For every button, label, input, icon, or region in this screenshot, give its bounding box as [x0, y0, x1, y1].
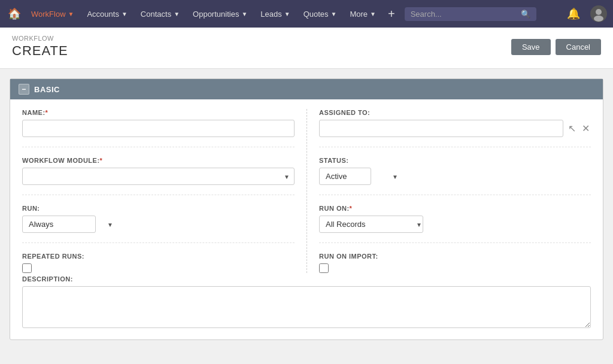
- content-area: − BASIC NAME:*: [0, 69, 613, 359]
- run-on-import-label: RUN ON IMPORT:: [319, 253, 591, 260]
- repeated-runs-checkbox[interactable]: [22, 263, 32, 273]
- form-left-col: NAME:* WORKFLOW MODULE:* Accounts: [22, 109, 306, 273]
- save-button[interactable]: Save: [511, 39, 551, 55]
- navbar: 🏠 WorkFlow ▼ Accounts ▼ Contacts ▼ Oppor…: [0, 0, 613, 28]
- search-bar: 🔍: [405, 7, 536, 21]
- workflow-module-select[interactable]: Accounts Contacts Leads Opportunities: [22, 168, 295, 185]
- run-field: RUN: Always Only On Save Only On New ▼: [22, 205, 295, 243]
- svg-point-2: [594, 16, 603, 22]
- status-label: STATUS:: [319, 157, 591, 164]
- assigned-to-select-icon[interactable]: ↖: [567, 123, 577, 134]
- section-toggle-button[interactable]: −: [19, 84, 29, 95]
- run-on-import-field: RUN ON IMPORT:: [319, 253, 591, 273]
- user-avatar[interactable]: [589, 4, 608, 23]
- run-caret-icon: ▼: [107, 221, 113, 228]
- nav-item-opportunities[interactable]: Opportunities ▼: [187, 0, 253, 28]
- page-title: CREATE: [12, 43, 68, 59]
- name-label: NAME:*: [22, 109, 295, 116]
- nav-right-icons: 🔔: [564, 4, 608, 23]
- search-icon: 🔍: [521, 10, 530, 19]
- nav-leads-label: Leads: [260, 10, 281, 19]
- assigned-to-wrapper: ↖ ✕: [319, 120, 591, 137]
- form-grid: NAME:* WORKFLOW MODULE:* Accounts: [22, 109, 591, 273]
- run-select-wrapper: Always Only On Save Only On New ▼: [22, 216, 118, 233]
- opportunities-caret-icon: ▼: [241, 11, 247, 17]
- section-title: BASIC: [34, 85, 60, 94]
- assigned-to-field: ASSIGNED TO: ↖ ✕: [319, 109, 591, 147]
- assigned-to-input[interactable]: [319, 120, 563, 137]
- nav-more-label: More: [350, 10, 368, 19]
- form-right-col: ASSIGNED TO: ↖ ✕ STATUS: Active: [306, 109, 591, 273]
- description-field: DESCRIPTION:: [22, 275, 591, 330]
- run-on-label: RUN ON:*: [319, 205, 591, 212]
- workflow-module-field: WORKFLOW MODULE:* Accounts Contacts Lead…: [22, 157, 295, 195]
- status-caret-icon: ▼: [392, 173, 398, 180]
- description-textarea[interactable]: [22, 286, 591, 328]
- leads-caret-icon: ▼: [284, 11, 290, 17]
- repeated-runs-field: REPEATED RUNS:: [22, 253, 295, 273]
- workflow-module-label: WORKFLOW MODULE:*: [22, 157, 295, 164]
- assigned-to-label: ASSIGNED TO:: [319, 109, 591, 116]
- nav-item-more[interactable]: More ▼: [344, 0, 382, 28]
- nav-item-workflow[interactable]: WorkFlow ▼: [25, 0, 80, 28]
- cancel-button[interactable]: Cancel: [556, 39, 601, 55]
- nav-workflow-label: WorkFlow: [31, 10, 66, 19]
- workflow-module-select-wrapper: Accounts Contacts Leads Opportunities ▼: [22, 168, 295, 185]
- workflow-caret-icon: ▼: [68, 11, 74, 17]
- repeated-runs-label: REPEATED RUNS:: [22, 253, 295, 260]
- status-field: STATUS: Active Inactive ▼: [319, 157, 591, 195]
- description-label: DESCRIPTION:: [22, 275, 591, 283]
- svg-point-1: [596, 9, 602, 15]
- run-label: RUN:: [22, 205, 295, 212]
- run-on-field: RUN ON:* All Records New Records Only Mo…: [319, 205, 591, 243]
- nav-quotes-label: Quotes: [304, 10, 329, 19]
- nav-item-leads[interactable]: Leads ▼: [254, 0, 296, 28]
- breadcrumb: WORKFLOW: [12, 35, 68, 42]
- quotes-caret-icon: ▼: [331, 11, 337, 17]
- nav-item-quotes[interactable]: Quotes ▼: [298, 0, 343, 28]
- name-field: NAME:*: [22, 109, 295, 147]
- status-select-wrapper: Active Inactive ▼: [319, 168, 403, 185]
- page-header: WORKFLOW CREATE Save Cancel: [0, 28, 613, 69]
- section-header: − BASIC: [10, 79, 603, 99]
- nav-opportunities-label: Opportunities: [193, 10, 239, 19]
- nav-item-accounts[interactable]: Accounts ▼: [81, 0, 133, 28]
- basic-section: − BASIC NAME:*: [10, 78, 603, 340]
- nav-contacts-label: Contacts: [141, 10, 171, 19]
- assigned-to-clear-icon[interactable]: ✕: [581, 123, 591, 134]
- header-buttons: Save Cancel: [511, 39, 601, 55]
- accounts-caret-icon: ▼: [122, 11, 128, 17]
- run-on-select-wrapper: All Records New Records Only Modified Re…: [319, 216, 427, 233]
- run-on-select[interactable]: All Records New Records Only Modified Re…: [319, 216, 423, 233]
- run-on-import-checkbox[interactable]: [319, 263, 329, 273]
- nav-item-contacts[interactable]: Contacts ▼: [135, 0, 186, 28]
- home-icon[interactable]: 🏠: [5, 4, 24, 23]
- section-body: NAME:* WORKFLOW MODULE:* Accounts: [10, 99, 603, 339]
- notifications-icon[interactable]: 🔔: [564, 4, 583, 23]
- run-select[interactable]: Always Only On Save Only On New: [22, 216, 96, 233]
- nav-accounts-label: Accounts: [87, 10, 119, 19]
- status-select[interactable]: Active Inactive: [319, 168, 371, 185]
- page-header-left: WORKFLOW CREATE: [12, 35, 68, 59]
- name-input[interactable]: [22, 120, 295, 137]
- add-button[interactable]: +: [383, 7, 400, 21]
- search-input[interactable]: [411, 10, 517, 19]
- contacts-caret-icon: ▼: [174, 11, 180, 17]
- more-caret-icon: ▼: [370, 11, 376, 17]
